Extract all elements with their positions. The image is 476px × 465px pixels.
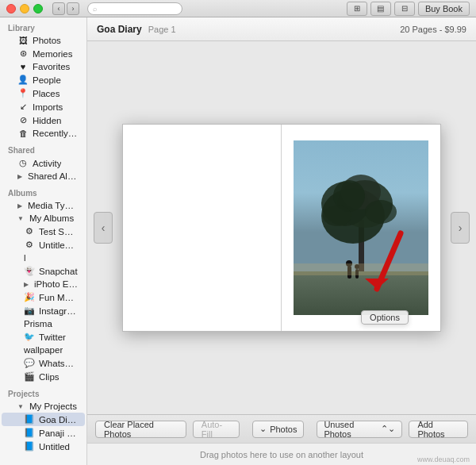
sidebar-item-wallpaper[interactable]: wallpaper [2,344,85,356]
sidebar-label-recently-deleted: Recently Deleted [33,129,79,138]
options-tooltip[interactable]: Options [361,310,409,325]
sidebar-label-clips: Clips [39,372,60,382]
sidebar-item-untitled-sma[interactable]: ⚙ Untitled Sma... [2,238,85,252]
sidebar-label-panaji-bard: Panaji & Bard... [39,428,79,438]
clear-placed-photos-button[interactable]: Clear Placed Photos [95,421,186,438]
sidebar-label-instagram: Instagram [39,306,79,316]
nav-right-arrow[interactable]: › [451,212,470,244]
nav-back-button[interactable]: ‹ [52,2,65,15]
sidebar-item-media-types[interactable]: ▶ Media Types [2,199,85,212]
sidebar-item-my-albums[interactable]: ▼ My Albums [2,212,85,225]
sidebar-label-my-albums: My Albums [29,213,74,223]
shared-section-label: Shared [0,140,86,156]
sidebar-item-snapchat[interactable]: 👻 Snapchat [2,264,85,278]
sidebar-item-recently-deleted[interactable]: 🗑 Recently Deleted [2,127,85,140]
rotate-icon-button[interactable]: ⊟ [394,2,415,16]
sidebar-label-untitled-sma: Untitled Sma... [39,240,79,250]
places-icon: 📍 [17,88,29,98]
memories-icon: ⊛ [17,48,29,59]
unused-photos-arrow-icon: ⌃⌄ [381,424,395,434]
sidebar-item-instagram[interactable]: 📷 Instagram [2,304,85,317]
svg-rect-14 [294,263,428,275]
sidebar-item-memories[interactable]: ⊛ Memories [2,47,85,60]
sidebar-item-twitter[interactable]: 🐦 Twitter [2,330,85,344]
favorites-icon: ♥ [17,62,29,71]
sidebar-label-prisma: Prisma [24,319,52,329]
twitter-icon: 🐦 [24,332,35,342]
sidebar-label-media-types: Media Types [28,201,79,210]
sidebar-label-shared-albums: Shared Albums [28,171,79,181]
sidebar-item-fun-moments[interactable]: 🎉 Fun Moments [2,290,85,304]
unused-photos-label: Unused Photos [324,420,378,439]
page-right[interactable]: Options [282,125,440,331]
media-types-triangle: ▶ [17,202,22,209]
people-icon: 👤 [17,75,29,85]
untitled-sma-icon: ⚙ [24,240,35,250]
sidebar: Library 🖼 Photos ⊛ Memories ♥ Favorites … [0,17,87,465]
sidebar-item-untitled-proj[interactable]: 📘 Untitled [2,440,85,453]
shared-albums-triangle: ▶ [17,173,22,180]
nav-buttons: ‹ › [52,2,79,15]
nav-forward-button[interactable]: › [67,2,79,15]
photos-dropdown[interactable]: ⌄ Photos [252,421,304,438]
instagram-icon: 📷 [24,306,35,316]
sidebar-item-imports[interactable]: ↙ Imports [2,100,85,113]
sidebar-item-shared-albums[interactable]: ▶ Shared Albums [2,170,85,183]
sidebar-item-clips[interactable]: 🎬 Clips [2,370,85,383]
sidebar-item-iphoto-events[interactable]: ▶ iPhoto Events [2,278,85,290]
sidebar-label-whatsapp: WhatsApp [39,359,79,368]
sidebar-label-favorites: Favorites [33,62,70,71]
maximize-button[interactable] [33,4,43,13]
traffic-lights [6,4,43,13]
recently-deleted-icon: 🗑 [17,129,29,138]
sidebar-item-test-smart[interactable]: ⚙ Test Smart A... [2,225,85,238]
svg-rect-1 [294,271,428,315]
goa-diary-icon: 📘 [24,414,35,425]
book-container: Options [122,124,441,332]
sidebar-label-iphoto-events: iPhoto Events [34,279,79,289]
sidebar-item-my-projects[interactable]: ▼ My Projects [2,400,85,413]
sidebar-label-places: Places [33,89,60,98]
sidebar-label-goa-diary: Goa Diary [39,415,79,425]
sidebar-label-snapchat: Snapchat [39,267,78,276]
sidebar-item-activity[interactable]: ◷ Activity [2,156,85,170]
sidebar-item-goa-diary[interactable]: 📘 Goa Diary [2,413,85,426]
sidebar-item-people[interactable]: 👤 People [2,73,85,86]
sidebar-label-l: l [24,253,26,263]
sidebar-item-l[interactable]: l [2,252,85,264]
svg-point-8 [365,200,397,224]
library-section-label: Library [0,17,86,34]
dropdown-arrow-icon: ⌄ [259,424,267,434]
sidebar-item-prisma[interactable]: Prisma [2,317,85,330]
auto-fill-button[interactable]: Auto-Fill [193,421,240,438]
sidebar-item-photos[interactable]: 🖼 Photos [2,34,85,47]
my-projects-triangle: ▼ [17,403,24,410]
minimize-button[interactable] [20,4,29,13]
unused-photos-dropdown[interactable]: Unused Photos ⌃⌄ [317,421,402,438]
view-icon-button[interactable]: ▤ [370,2,391,16]
titlebar: ‹ › ⌕ ⊞ ▤ ⊟ Buy Book [0,0,476,17]
page-left[interactable] [123,125,282,331]
sidebar-item-hidden[interactable]: ⊘ Hidden [2,113,85,127]
search-bar[interactable]: ⌕ [87,2,182,15]
add-photos-button[interactable]: Add Photos [409,421,468,438]
sidebar-item-whatsapp[interactable]: 💬 WhatsApp [2,356,85,370]
photos-dropdown-label: Photos [270,425,297,434]
content-header: Goa Diary Page 1 20 Pages - $9.99 [87,17,476,41]
sidebar-item-places[interactable]: 📍 Places [2,86,85,100]
buy-book-button[interactable]: Buy Book [418,2,470,16]
whatsapp-icon: 💬 [24,358,35,368]
content-subtitle: Page 1 [148,25,176,34]
imports-icon: ↙ [17,102,29,112]
untitled-proj-icon: 📘 [24,441,35,452]
nav-left-arrow[interactable]: ‹ [94,212,113,244]
titlebar-actions: ⊞ ▤ ⊟ Buy Book [347,2,470,16]
panaji-bard-icon: 📘 [24,428,35,438]
activity-icon: ◷ [17,158,29,168]
main-layout: Library 🖼 Photos ⊛ Memories ♥ Favorites … [0,17,476,465]
sidebar-item-panaji-bard[interactable]: 📘 Panaji & Bard... [2,426,85,440]
my-albums-triangle: ▼ [17,215,24,222]
sidebar-item-favorites[interactable]: ♥ Favorites [2,60,85,73]
close-button[interactable] [6,4,16,13]
share-icon-button[interactable]: ⊞ [347,2,367,16]
